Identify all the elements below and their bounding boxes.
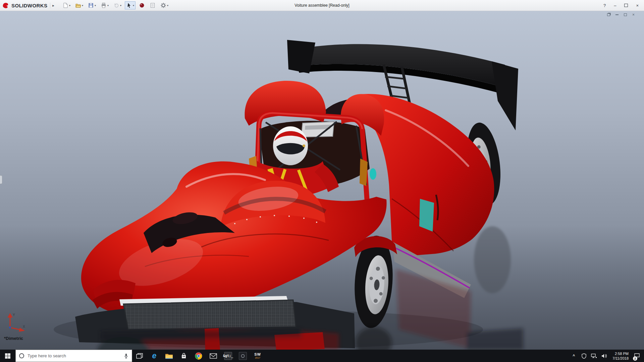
solidworks-app-button[interactable]: SW 2017 [250,350,265,362]
menu-expand-arrow[interactable]: ▸ [50,3,56,8]
options-gear-icon [160,2,166,8]
search-input[interactable] [28,353,120,358]
task-view-icon [136,353,143,359]
document-window-controls: × [607,13,635,17]
triad-y-label: Y [13,313,15,317]
edge-icon: e [152,351,157,360]
close-button[interactable]: × [636,3,639,8]
volume-tray-button[interactable] [600,350,608,362]
shield-icon [582,353,586,359]
file-explorer-icon [165,353,173,359]
panel-collapse-handle[interactable] [0,175,2,184]
solidworks-app-icon: SW 2017 [254,353,261,359]
view-orientation-label: *Dimetric [4,336,23,341]
design-table-button[interactable] [148,1,157,9]
select-cursor-icon [126,2,132,8]
notification-badge: 2 [633,356,637,361]
doc-close-button[interactable]: × [632,13,635,17]
windows-logo-icon [5,353,11,359]
speaker-icon [601,354,607,358]
system-tray: ^ 2:58 PM 7/11/2018 [570,350,644,362]
options-button[interactable]: ▾ [159,1,170,9]
edge-browser-button[interactable]: e [147,350,162,362]
minimize-button[interactable]: – [614,3,616,8]
race-car-model [0,11,644,350]
command-prompt-button[interactable]: &gt;_ [221,350,235,362]
doc-cascade-icon[interactable] [607,13,610,16]
new-document-icon [62,2,68,8]
store-button[interactable] [176,350,191,362]
taskbar-search-box[interactable] [15,350,132,362]
open-button[interactable]: ▾ [74,1,85,9]
doc-maximize-button[interactable] [624,13,627,16]
task-view-button[interactable] [132,350,147,362]
open-folder-icon [75,2,81,8]
pinned-apps: e [132,350,265,362]
brand-text: SOLIDWORKS [11,3,47,8]
cortana-icon [19,353,24,358]
undo-icon [113,2,119,8]
radiator-grille [123,300,296,329]
mail-icon [210,353,217,359]
network-icon [591,354,597,358]
clock-date: 7/11/2018 [612,356,629,361]
window-title: Voiture assemblee [Read-only] [294,3,349,8]
orientation-triad: Y X [5,312,27,332]
doc-minimize-button[interactable] [615,14,619,15]
mail-button[interactable] [206,350,221,362]
new-document-button[interactable]: ▾ [61,1,72,9]
print-button[interactable]: ▾ [99,1,110,9]
help-button[interactable]: ? [603,3,606,8]
defender-tray-button[interactable] [580,350,588,362]
action-center-button[interactable]: 2 [633,350,641,362]
save-floppy-icon [88,2,94,8]
start-button[interactable] [0,350,15,362]
undo-button[interactable]: ▾ [112,1,123,9]
quick-access-toolbar: ▾ ▾ ▾ ▾ ▾ [61,1,170,9]
store-bag-icon [180,353,187,359]
media-app-button[interactable] [235,350,250,362]
windows-taskbar: e [0,350,644,362]
command-prompt-icon: &gt;_ [224,352,232,360]
file-explorer-button[interactable] [162,350,176,362]
print-icon [101,2,107,8]
microphone-icon[interactable] [124,353,128,359]
appearance-sphere-icon [139,2,145,8]
title-bar: SOLIDWORKS ▸ ▾ ▾ ▾ ▾ [0,0,644,11]
save-button[interactable]: ▾ [87,1,97,9]
ds-logo-icon [2,2,10,9]
network-tray-button[interactable] [590,350,598,362]
chrome-button[interactable] [191,350,206,362]
solidworks-logo: SOLIDWORKS [2,2,49,9]
media-app-icon [239,352,247,360]
graphics-viewport[interactable]: × Y X *Dimetric [0,11,644,350]
chrome-icon [195,352,203,360]
clock-time: 2:58 PM [615,351,629,356]
taskbar-clock[interactable]: 2:58 PM 7/11/2018 [610,351,631,361]
tray-expand-button[interactable]: ^ [570,350,578,362]
appearance-button[interactable] [138,1,146,9]
triad-x-label: X [23,325,25,328]
maximize-button[interactable] [624,4,628,7]
design-table-icon [150,2,156,8]
select-button[interactable]: ▾ [125,1,136,9]
